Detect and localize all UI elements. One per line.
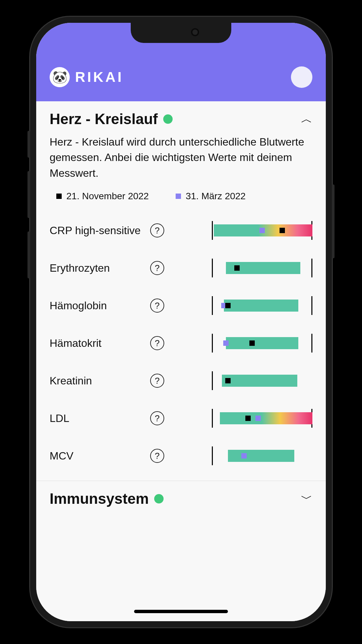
help-icon[interactable]: ? (150, 374, 164, 388)
legend-label: 21. November 2022 (66, 191, 149, 202)
chevron-up-icon[interactable]: ︿ (301, 111, 312, 127)
status-dot-icon (154, 494, 164, 503)
legend-square-black-icon (56, 194, 62, 199)
section-immunsystem: Immunsystem ﹀ (36, 481, 326, 513)
range-tick-icon (212, 446, 213, 465)
range-fill (224, 300, 298, 312)
metric-row: CRP high-sensitive? (50, 212, 312, 249)
range-bar (212, 373, 312, 388)
metric-label: LDL (50, 412, 150, 425)
brand-name: RIKAI (75, 69, 123, 85)
section-title: Herz - Kreislauf (50, 111, 158, 127)
range-fill (226, 337, 298, 349)
metrics-list: CRP high-sensitive?Erythrozyten?Hämoglob… (50, 212, 312, 475)
range-bar (212, 411, 312, 426)
help-icon[interactable]: ? (150, 336, 164, 350)
range-tick-icon (212, 334, 213, 353)
range-tick-icon (212, 259, 213, 277)
range-tick-icon (212, 296, 213, 315)
range-tick-icon (212, 221, 213, 240)
range-bar (212, 298, 312, 313)
range-fill (222, 375, 297, 387)
legend-item-current: 21. November 2022 (56, 191, 149, 202)
metric-row: Hämoglobin? (50, 287, 312, 324)
metric-label: Hämatokrit (50, 337, 150, 350)
side-button (27, 131, 30, 158)
avatar[interactable] (291, 66, 312, 88)
range-tick-icon (311, 334, 312, 353)
range-tick-icon (311, 259, 312, 277)
metric-label: Hämoglobin (50, 300, 150, 312)
range-bar (212, 336, 312, 351)
metric-label: MCV (50, 450, 150, 462)
metric-label: Kreatinin (50, 375, 150, 387)
phone-frame: 🐼 RIKAI Herz - Kreislauf ︿ Herz - Kreisl… (30, 17, 332, 627)
section-header[interactable]: Herz - Kreislauf ︿ (50, 111, 312, 127)
phone-notch (131, 23, 231, 43)
panda-icon: 🐼 (50, 67, 70, 87)
marker-current-icon (225, 303, 231, 308)
range-fill (220, 412, 312, 424)
marker-previous-icon (259, 228, 265, 233)
section-header[interactable]: Immunsystem ﹀ (50, 490, 312, 507)
brand-logo[interactable]: 🐼 RIKAI (50, 67, 123, 87)
help-icon[interactable]: ? (150, 449, 164, 463)
side-button (27, 171, 30, 218)
metric-row: Hämatokrit? (50, 324, 312, 362)
marker-previous-icon (255, 416, 261, 421)
marker-previous-icon (241, 453, 247, 459)
metric-row: Erythrozyten? (50, 249, 312, 287)
chevron-down-icon[interactable]: ﹀ (301, 491, 312, 506)
legend-square-purple-icon (176, 194, 181, 199)
legend: 21. November 2022 31. März 2022 (50, 191, 312, 202)
range-bar (212, 223, 312, 238)
marker-current-icon (249, 340, 255, 346)
section-herz-kreislauf: Herz - Kreislauf ︿ Herz - Kreislauf wird… (36, 101, 326, 481)
legend-label: 31. März 2022 (186, 191, 246, 202)
phone-screen: 🐼 RIKAI Herz - Kreislauf ︿ Herz - Kreisl… (36, 23, 326, 621)
status-dot-icon (163, 114, 173, 124)
range-tick-icon (212, 371, 213, 390)
metric-label: Erythrozyten (50, 262, 150, 274)
range-tick-icon (311, 296, 312, 315)
help-icon[interactable]: ? (150, 223, 164, 237)
help-icon[interactable]: ? (150, 261, 164, 275)
content-area[interactable]: Herz - Kreislauf ︿ Herz - Kreislauf wird… (36, 101, 326, 621)
marker-previous-icon (223, 340, 229, 346)
section-title: Immunsystem (50, 490, 149, 507)
metric-label: CRP high-sensitive (50, 224, 150, 237)
range-fill (228, 450, 294, 462)
metric-row: Kreatinin? (50, 362, 312, 399)
help-icon[interactable]: ? (150, 299, 164, 313)
side-button (27, 231, 30, 278)
range-bar (212, 261, 312, 275)
side-button (332, 184, 335, 258)
home-indicator[interactable] (134, 610, 228, 613)
metric-row: LDL? (50, 399, 312, 437)
metric-row: MCV? (50, 437, 312, 475)
marker-current-icon (280, 228, 285, 233)
section-description: Herz - Kreislauf wird durch unterschiedl… (50, 134, 312, 181)
range-bar (212, 448, 312, 463)
marker-current-icon (234, 265, 240, 271)
legend-item-previous: 31. März 2022 (176, 191, 246, 202)
range-tick-icon (212, 409, 213, 428)
help-icon[interactable]: ? (150, 411, 164, 425)
marker-current-icon (225, 378, 231, 383)
marker-current-icon (245, 416, 251, 421)
